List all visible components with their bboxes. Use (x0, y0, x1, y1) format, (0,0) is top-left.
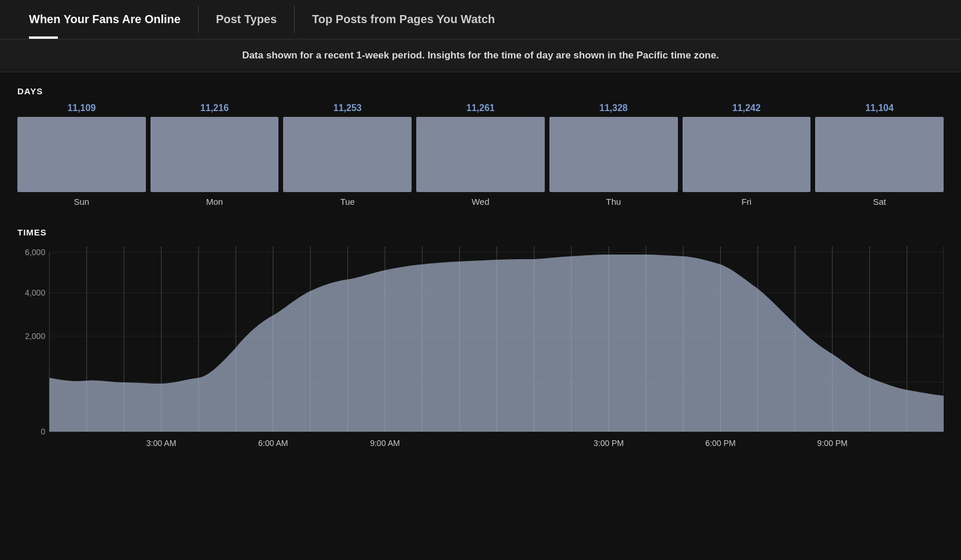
times-chart-svg: 6,000 4,000 2,000 0 (17, 246, 944, 466)
svg-text:6:00 PM: 6:00 PM (705, 439, 735, 448)
times-section-title: TIMES (17, 227, 944, 237)
day-card-mon: 11,216Mon (151, 103, 279, 207)
svg-text:0: 0 (41, 427, 45, 436)
day-label: Tue (340, 197, 355, 207)
day-card-sat: 11,104Sat (815, 103, 944, 207)
svg-text:3:00 AM: 3:00 AM (146, 439, 177, 448)
svg-text:2,000: 2,000 (25, 331, 45, 341)
day-block (283, 117, 412, 192)
days-grid: 11,109Sun11,216Mon11,253Tue11,261Wed11,3… (17, 103, 944, 207)
day-block (151, 117, 279, 192)
day-label: Mon (206, 197, 223, 207)
svg-text:3:00 PM: 3:00 PM (593, 439, 623, 448)
day-block (416, 117, 545, 192)
day-value: 11,109 (67, 103, 96, 113)
info-text: Data shown for a recent 1-week period. I… (23, 50, 938, 61)
tab-post-types[interactable]: Post Types (199, 0, 294, 39)
day-block (549, 117, 678, 192)
info-bar: Data shown for a recent 1-week period. I… (0, 39, 961, 72)
day-label: Fri (742, 197, 752, 207)
day-block (17, 117, 146, 192)
times-chart-container: 6,000 4,000 2,000 0 (17, 246, 944, 466)
day-card-fri: 11,242Fri (683, 103, 811, 207)
day-value: 11,253 (333, 103, 362, 113)
day-label: Sat (873, 197, 886, 207)
times-section: TIMES 6,000 4,000 2,000 0 (0, 216, 961, 484)
day-card-thu: 11,328Thu (549, 103, 678, 207)
days-section: DAYS 11,109Sun11,216Mon11,253Tue11,261We… (0, 72, 961, 216)
svg-text:6,000: 6,000 (25, 248, 45, 257)
tab-bar: When Your Fans Are Online Post Types Top… (0, 0, 961, 39)
day-block (815, 117, 944, 192)
day-label: Sun (74, 197, 90, 207)
svg-text:6:00 AM: 6:00 AM (258, 439, 288, 448)
day-value: 11,242 (732, 103, 761, 113)
day-label: Thu (606, 197, 621, 207)
day-card-wed: 11,261Wed (416, 103, 545, 207)
day-value: 11,261 (467, 103, 495, 113)
day-card-sun: 11,109Sun (17, 103, 146, 207)
day-block (683, 117, 811, 192)
day-value: 11,104 (865, 103, 894, 113)
tab-top-posts[interactable]: Top Posts from Pages You Watch (295, 0, 512, 39)
tab-fans-online[interactable]: When Your Fans Are Online (12, 0, 198, 39)
svg-text:9:00 AM: 9:00 AM (370, 439, 400, 448)
day-value: 11,328 (599, 103, 628, 113)
svg-text:4,000: 4,000 (25, 288, 45, 297)
day-value: 11,216 (200, 103, 229, 113)
days-section-title: DAYS (17, 86, 944, 96)
svg-text:9:00 PM: 9:00 PM (817, 439, 848, 448)
day-card-tue: 11,253Tue (283, 103, 412, 207)
day-label: Wed (472, 197, 490, 207)
